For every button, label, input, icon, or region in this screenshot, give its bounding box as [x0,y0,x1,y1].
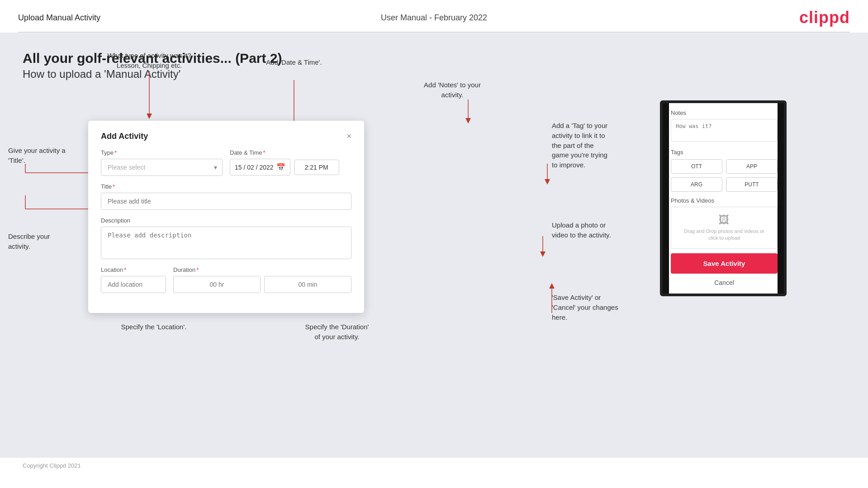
callout-photo: Upload a photo orvideo to the activity. [552,220,656,240]
form-row-type-datetime: Type* Please select ▾ Date & Time* 15 / … [101,149,351,176]
modal-close-button[interactable]: × [346,132,351,141]
duration-group [173,276,351,293]
form-group-title: Title* [101,183,351,210]
callout-save: 'Save Activity' or'Cancel' your changesh… [552,293,665,322]
form-group-datetime: Date & Time* 15 / 02 / 2022 📅 2:21 PM [230,149,351,176]
modal-header: Add Activity × [101,132,351,141]
phone-panel: Notes Tags OTT APP ARG PUTT Photos & Vid… [660,100,787,296]
location-label: Location* [101,266,166,273]
save-activity-button[interactable]: Save Activity [671,253,778,274]
description-label: Description [101,217,351,224]
photo-upload-area[interactable]: 🖼 Drag and Drop photos and videos orclic… [671,207,778,249]
time-input[interactable]: 2:21 PM [294,160,339,175]
tag-app[interactable]: APP [726,159,778,174]
duration-min-input[interactable] [264,276,351,293]
tags-grid: OTT APP ARG PUTT [671,159,778,192]
copyright: Copyright Clippd 2021 [23,462,81,469]
form-group-description: Description [101,217,351,259]
tag-putt[interactable]: PUTT [726,177,778,192]
description-input[interactable] [101,227,351,259]
callout-notes: Add 'Notes' to youractivity. [407,80,498,100]
calendar-icon: 📅 [276,163,285,171]
add-activity-modal: Add Activity × Type* Please select ▾ Dat… [88,121,364,313]
photo-icon: 🖼 [676,213,773,226]
modal-title: Add Activity [101,132,148,141]
title-label: Title* [101,183,351,190]
type-select[interactable]: Please select [101,159,223,176]
form-group-type: Type* Please select ▾ [101,149,223,176]
top-bar: Upload Manual Activity User Manual - Feb… [0,0,868,32]
type-label: Type* [101,149,223,156]
notes-label: Notes [671,109,778,116]
tag-arg[interactable]: ARG [671,177,722,192]
datetime-label: Date & Time* [230,149,351,156]
photos-label: Photos & Videos [671,197,778,204]
duration-label: Duration* [173,266,351,273]
callout-location: Specify the 'Location'. [111,322,197,332]
tag-ott[interactable]: OTT [671,159,722,174]
callout-datetime: Add 'Date & Time'. [247,57,342,67]
manual-title: User Manual - February 2022 [381,13,487,23]
callout-activity-type: What type of activity was it?Lesson, Chi… [100,51,199,71]
date-time-group: 15 / 02 / 2022 📅 2:21 PM [230,159,351,175]
cancel-link[interactable]: Cancel [671,277,778,290]
footer: Copyright Clippd 2021 [0,458,868,474]
callout-duration: Specify the 'Duration'of your activity. [285,322,389,342]
form-row-location-duration: Location* Duration* [101,266,351,293]
main-content: All your golf-relevant activities... (Pa… [0,33,868,458]
callout-tag: Add a 'Tag' to youractivity to link it t… [552,121,660,170]
page-title: Upload Manual Activity [18,13,100,23]
phone-right-bar [778,103,784,294]
type-select-wrapper: Please select ▾ [101,159,223,176]
phone-left-bar [663,103,669,294]
date-value: 15 / 02 / 2022 [235,164,274,171]
logo: clippd [799,8,850,27]
phone-content: Notes Tags OTT APP ARG PUTT Photos & Vid… [663,103,784,294]
form-group-duration: Duration* [173,266,351,293]
location-input[interactable] [101,276,166,293]
form-group-location: Location* [101,266,166,293]
duration-hr-input[interactable] [173,276,261,293]
date-input[interactable]: 15 / 02 / 2022 📅 [230,159,290,175]
callout-title: Give your activity a'Title'. [8,146,81,166]
callout-description: Describe youractivity. [8,232,76,251]
title-input[interactable] [101,193,351,210]
photo-upload-text: Drag and Drop photos and videos orclick … [676,228,773,242]
tags-label: Tags [671,149,778,156]
notes-input[interactable] [671,119,778,142]
